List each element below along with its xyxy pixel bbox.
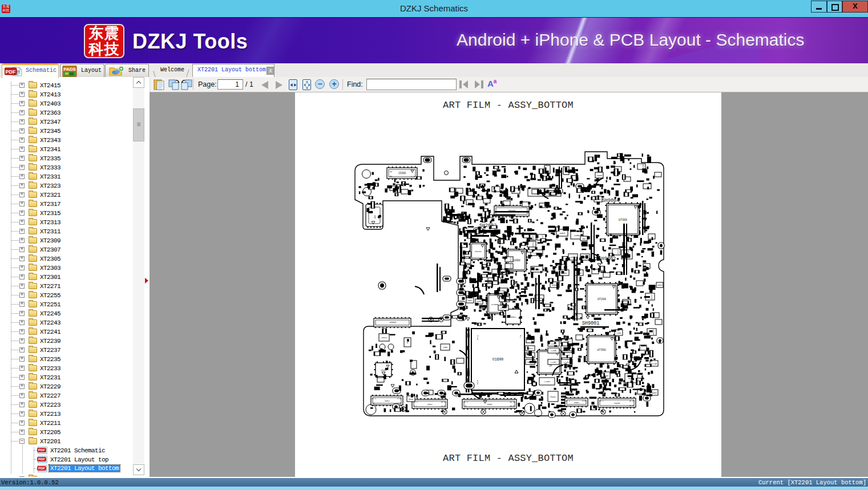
- svg-text:W9: W9: [390, 175, 392, 177]
- svg-text:U7300: U7300: [619, 218, 627, 222]
- svg-text:40 G4: 40 G4: [629, 400, 634, 402]
- svg-text:M040: M040: [409, 398, 413, 400]
- svg-text:G2 2: G2 2: [599, 400, 603, 402]
- svg-text:L2008: L2008: [532, 234, 534, 240]
- svg-text:2102: 2102: [510, 264, 512, 268]
- svg-text:J9007: J9007: [657, 284, 663, 286]
- svg-text:UT200: UT200: [597, 298, 606, 301]
- svg-text:J851: J851: [574, 402, 579, 404]
- svg-text:8 G4: 8 G4: [582, 400, 586, 402]
- svg-text:54 G4: 54 G4: [510, 402, 515, 403]
- svg-text:U7350: U7350: [597, 349, 605, 352]
- svg-text:2 26: 2 26: [411, 175, 415, 177]
- svg-text:G2 2: G2 2: [372, 398, 376, 400]
- svg-text:SH9004: SH9004: [602, 198, 620, 204]
- svg-text:G2 2: G2 2: [463, 402, 467, 403]
- svg-text:U2300: U2300: [491, 303, 499, 306]
- svg-text:P14: P14: [477, 335, 479, 340]
- svg-text:JKR0: JKR0: [443, 346, 447, 349]
- svg-text:P1: P1: [519, 335, 522, 338]
- svg-text:L2009: L2009: [532, 241, 534, 247]
- svg-text:00081: 00081: [510, 316, 516, 318]
- svg-text:J6000: J6000: [596, 175, 602, 177]
- svg-text:PDF: PDF: [6, 69, 17, 75]
- svg-text:U4550: U4550: [574, 234, 580, 237]
- svg-text:300: 300: [374, 215, 376, 218]
- svg-text:J802: J802: [427, 403, 433, 406]
- svg-text:M0E7: M0E7: [467, 299, 472, 302]
- svg-text:8 G4: 8 G4: [397, 398, 401, 400]
- svg-text:L2402: L2402: [564, 361, 570, 363]
- svg-text:U2000: U2000: [512, 259, 520, 262]
- svg-text:G1: G1: [465, 406, 467, 407]
- svg-text:30 R2: 30 R2: [441, 402, 446, 403]
- svg-text:L2401: L2401: [551, 361, 556, 363]
- svg-text:PADS: PADS: [63, 67, 76, 72]
- svg-text:L2450: L2450: [544, 380, 550, 383]
- svg-text:SH9001: SH9001: [582, 321, 600, 326]
- svg-text:53 G2: 53 G2: [510, 406, 515, 407]
- svg-text:U1600: U1600: [492, 358, 504, 362]
- svg-text:G2 2: G2 2: [566, 400, 570, 402]
- svg-text:E9: E9: [390, 171, 392, 173]
- svg-text:29 R1: 29 R1: [441, 406, 446, 407]
- svg-text:7410: 7410: [617, 249, 619, 254]
- svg-text:J3401: J3401: [613, 402, 621, 404]
- svg-text:J00000: J00000: [389, 321, 397, 323]
- svg-text:L000A: L000A: [651, 294, 653, 300]
- svg-text:39 G2: 39 G2: [629, 405, 634, 407]
- svg-text:J8024: J8024: [381, 337, 387, 339]
- svg-text:J806: J806: [487, 403, 492, 406]
- svg-text:BJ200: BJ200: [651, 363, 657, 365]
- svg-text:L2408: L2408: [551, 350, 556, 352]
- svg-text:B: B: [407, 342, 408, 344]
- svg-text:J100: J100: [616, 332, 621, 334]
- svg-text:E30S: E30S: [477, 301, 481, 303]
- svg-text:G1: G1: [373, 403, 375, 404]
- svg-text:P5402: P5402: [550, 396, 556, 398]
- svg-text:1102: 1102: [510, 257, 512, 261]
- svg-text:5.1: 5.1: [414, 406, 417, 407]
- svg-text:U6201: U6201: [475, 250, 482, 253]
- svg-text:350: 350: [582, 238, 586, 240]
- svg-text:295Pd: 295Pd: [559, 232, 565, 234]
- svg-text:J3200: J3200: [398, 172, 406, 175]
- svg-text:A14: A14: [477, 380, 479, 384]
- svg-text:J852: J852: [384, 400, 390, 402]
